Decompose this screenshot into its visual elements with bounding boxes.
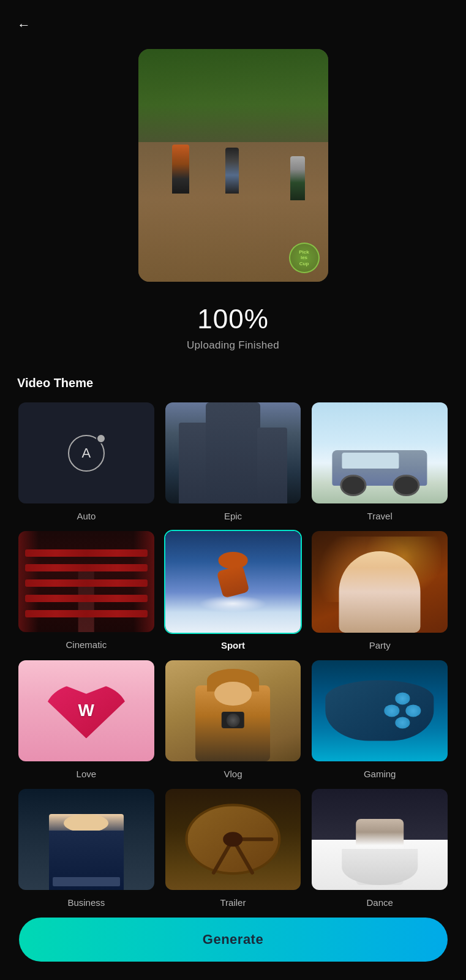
scene-figure3 xyxy=(290,156,305,200)
theme-item-sport[interactable]: Sport xyxy=(164,530,303,650)
thumb-inner-epic xyxy=(165,402,301,503)
vlog-head xyxy=(214,682,252,706)
theme-thumb-auto: A xyxy=(17,401,156,505)
biz-head xyxy=(64,814,108,832)
thumb-inner-vlog xyxy=(165,660,301,761)
epic-tower-right xyxy=(257,428,287,503)
thumb-inner-auto: A xyxy=(18,402,154,503)
thumb-inner-trailer xyxy=(165,789,301,890)
camera-lens xyxy=(227,714,240,727)
auto-icon: A xyxy=(68,435,105,472)
gamepad-btn-1 xyxy=(395,692,410,704)
upload-percent: 100% xyxy=(197,304,269,334)
theme-thumb-sport xyxy=(164,530,303,633)
thumb-inner-dance xyxy=(312,789,448,890)
theme-item-auto[interactable]: A Auto xyxy=(17,401,156,521)
thumb-inner-sport xyxy=(165,531,301,632)
theme-thumb-dance xyxy=(310,788,449,891)
theme-item-gaming[interactable]: Gaming xyxy=(310,659,449,779)
watermark-overlay: PicklesCup xyxy=(289,243,320,273)
cinema-seats-row-3 xyxy=(25,579,147,587)
theme-label-love: Love xyxy=(77,769,97,779)
main-container: PicklesCup 100% Uploading Finished Video… xyxy=(0,0,466,980)
theme-item-trailer[interactable]: Trailer xyxy=(164,788,303,908)
theme-label-dance: Dance xyxy=(366,897,393,908)
cinema-seats-row-5 xyxy=(25,610,147,617)
cinema-seats-row-2 xyxy=(25,564,147,571)
theme-thumb-trailer xyxy=(164,788,303,891)
theme-item-vlog[interactable]: Vlog xyxy=(164,659,303,779)
theme-grid: A Auto Epic xyxy=(17,401,449,908)
theme-thumb-vlog xyxy=(164,659,303,763)
theme-thumb-party xyxy=(310,530,449,633)
theme-thumb-gaming xyxy=(310,659,449,763)
gamepad-btn-4 xyxy=(395,717,410,729)
theme-item-epic[interactable]: Epic xyxy=(164,401,303,521)
theme-label-gaming: Gaming xyxy=(364,769,396,779)
section-title: Video Theme xyxy=(17,376,93,390)
thumb-inner-travel xyxy=(312,402,448,503)
business-person xyxy=(49,814,124,890)
vlog-person xyxy=(196,685,271,761)
snow-spray xyxy=(199,595,267,612)
thumb-inner-cinematic xyxy=(18,531,154,632)
van-wheel-right xyxy=(393,475,419,496)
theme-label-party: Party xyxy=(369,640,391,650)
video-preview-inner: PicklesCup xyxy=(138,49,328,282)
scene-figure1 xyxy=(172,145,189,194)
theme-label-cinematic: Cinematic xyxy=(66,639,107,650)
sport-figure xyxy=(199,557,267,612)
scene-trees xyxy=(138,49,328,142)
thumb-inner-business xyxy=(18,789,154,890)
theme-thumb-travel xyxy=(310,401,449,505)
party-person xyxy=(339,551,421,632)
theme-item-cinematic[interactable]: Cinematic xyxy=(17,530,156,650)
theme-item-business[interactable]: Business xyxy=(17,788,156,908)
reel-center xyxy=(223,832,242,847)
skier-body xyxy=(216,565,250,598)
theme-label-business: Business xyxy=(67,897,105,908)
theme-thumb-love: W xyxy=(17,659,156,763)
van-window xyxy=(342,453,399,469)
dance-dress xyxy=(342,849,418,885)
van-wheel-left xyxy=(340,475,366,496)
theme-label-vlog: Vlog xyxy=(224,769,242,779)
gamepad xyxy=(325,680,434,741)
generate-button[interactable]: Generate xyxy=(19,918,448,962)
vlog-camera xyxy=(222,712,244,728)
biz-laptop xyxy=(53,877,120,886)
video-preview: PicklesCup xyxy=(138,49,328,282)
upload-status: Uploading Finished xyxy=(187,339,279,352)
gamepad-btn-2 xyxy=(406,704,421,717)
skier-helmet xyxy=(218,552,248,568)
scene-figure2 xyxy=(225,148,239,194)
theme-thumb-epic xyxy=(164,401,303,505)
theme-item-travel[interactable]: Travel xyxy=(310,401,449,521)
theme-label-sport: Sport xyxy=(221,640,245,650)
film-reel xyxy=(186,804,280,875)
thumb-inner-love: W xyxy=(18,660,154,761)
epic-tower-left xyxy=(179,423,209,503)
theme-item-party[interactable]: Party xyxy=(310,530,449,650)
theme-item-dance[interactable]: Dance xyxy=(310,788,449,908)
thumb-inner-party xyxy=(312,531,448,632)
theme-label-epic: Epic xyxy=(224,511,242,521)
back-button[interactable]: ← xyxy=(17,17,31,33)
auto-letter: A xyxy=(81,445,91,461)
theme-item-love[interactable]: W Love xyxy=(17,659,156,779)
theme-label-trailer: Trailer xyxy=(220,897,246,908)
cinema-seats-row-4 xyxy=(25,595,147,602)
travel-van xyxy=(333,450,427,486)
epic-tower-center xyxy=(206,402,260,503)
theme-thumb-business xyxy=(17,788,156,891)
love-letter: W xyxy=(78,701,94,720)
cinema-seats-row-1 xyxy=(25,549,147,557)
dance-figure xyxy=(356,819,404,884)
gamepad-btn-3 xyxy=(384,704,399,717)
theme-label-travel: Travel xyxy=(367,511,393,521)
thumb-inner-gaming xyxy=(312,660,448,761)
theme-thumb-cinematic xyxy=(17,530,156,633)
theme-label-auto: Auto xyxy=(77,511,96,521)
